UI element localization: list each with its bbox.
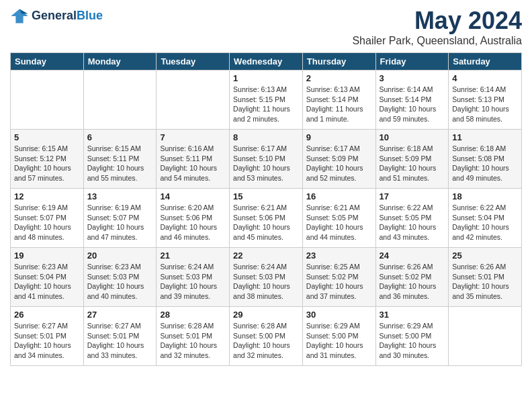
day-number: 2 xyxy=(306,73,372,83)
subtitle: Shailer Park, Queensland, Australia xyxy=(352,35,522,47)
day-info: Sunrise: 6:24 AM Sunset: 5:03 PM Dayligh… xyxy=(160,262,226,302)
calendar-cell xyxy=(83,71,157,130)
day-number: 16 xyxy=(306,191,372,201)
day-number: 27 xyxy=(87,310,153,320)
col-friday: Friday xyxy=(375,53,449,71)
day-info: Sunrise: 6:22 AM Sunset: 5:05 PM Dayligh… xyxy=(380,203,445,242)
logo-line2: Blue xyxy=(77,9,103,22)
calendar-cell: 14Sunrise: 6:20 AM Sunset: 5:06 PM Dayli… xyxy=(157,189,230,248)
day-info: Sunrise: 6:22 AM Sunset: 5:04 PM Dayligh… xyxy=(452,203,518,242)
calendar-table: Sunday Monday Tuesday Wednesday Thursday… xyxy=(10,52,522,366)
calendar-cell: 2Sunrise: 6:13 AM Sunset: 5:14 PM Daylig… xyxy=(302,71,375,130)
calendar-cell: 19Sunrise: 6:23 AM Sunset: 5:04 PM Dayli… xyxy=(11,248,84,307)
day-info: Sunrise: 6:13 AM Sunset: 5:14 PM Dayligh… xyxy=(306,85,372,124)
day-number: 5 xyxy=(14,132,80,142)
day-info: Sunrise: 6:17 AM Sunset: 5:10 PM Dayligh… xyxy=(233,144,299,183)
day-number: 23 xyxy=(306,250,372,261)
calendar-cell: 16Sunrise: 6:21 AM Sunset: 5:05 PM Dayli… xyxy=(302,189,375,248)
day-info: Sunrise: 6:21 AM Sunset: 5:06 PM Dayligh… xyxy=(233,203,299,242)
calendar-cell: 7Sunrise: 6:16 AM Sunset: 5:11 PM Daylig… xyxy=(157,130,230,189)
day-number: 28 xyxy=(160,310,226,320)
day-info: Sunrise: 6:28 AM Sunset: 5:01 PM Dayligh… xyxy=(160,321,226,361)
day-info: Sunrise: 6:29 AM Sunset: 5:00 PM Dayligh… xyxy=(380,321,445,361)
day-number: 8 xyxy=(233,132,299,142)
day-number: 21 xyxy=(160,250,226,261)
calendar-cell: 3Sunrise: 6:14 AM Sunset: 5:14 PM Daylig… xyxy=(375,71,449,130)
day-info: Sunrise: 6:27 AM Sunset: 5:01 PM Dayligh… xyxy=(14,321,80,361)
calendar-cell: 17Sunrise: 6:22 AM Sunset: 5:05 PM Dayli… xyxy=(375,189,449,248)
main-title: May 2024 xyxy=(352,7,522,35)
calendar-cell: 10Sunrise: 6:18 AM Sunset: 5:09 PM Dayli… xyxy=(375,130,449,189)
page: GeneralBlue May 2024 Shailer Park, Queen… xyxy=(0,0,532,373)
calendar-week-5: 26Sunrise: 6:27 AM Sunset: 5:01 PM Dayli… xyxy=(11,307,522,366)
day-info: Sunrise: 6:23 AM Sunset: 5:04 PM Dayligh… xyxy=(14,262,80,302)
calendar-cell: 26Sunrise: 6:27 AM Sunset: 5:01 PM Dayli… xyxy=(11,307,84,366)
calendar-cell: 12Sunrise: 6:19 AM Sunset: 5:07 PM Dayli… xyxy=(11,189,84,248)
day-info: Sunrise: 6:19 AM Sunset: 5:07 PM Dayligh… xyxy=(14,203,80,242)
col-sunday: Sunday xyxy=(11,53,84,71)
day-info: Sunrise: 6:28 AM Sunset: 5:00 PM Dayligh… xyxy=(233,321,299,361)
calendar-header-row: Sunday Monday Tuesday Wednesday Thursday… xyxy=(11,53,522,71)
col-monday: Monday xyxy=(83,53,157,71)
day-number: 22 xyxy=(233,250,299,261)
calendar-body: 1Sunrise: 6:13 AM Sunset: 5:15 PM Daylig… xyxy=(11,71,522,366)
calendar-cell: 27Sunrise: 6:27 AM Sunset: 5:01 PM Dayli… xyxy=(83,307,157,366)
header: GeneralBlue May 2024 Shailer Park, Queen… xyxy=(10,7,522,47)
day-info: Sunrise: 6:26 AM Sunset: 5:01 PM Dayligh… xyxy=(452,262,518,302)
logo-text: GeneralBlue xyxy=(32,9,103,23)
calendar-cell: 21Sunrise: 6:24 AM Sunset: 5:03 PM Dayli… xyxy=(157,248,230,307)
day-number: 3 xyxy=(380,73,445,83)
calendar-week-3: 12Sunrise: 6:19 AM Sunset: 5:07 PM Dayli… xyxy=(11,189,522,248)
day-number: 7 xyxy=(160,132,226,142)
day-info: Sunrise: 6:15 AM Sunset: 5:12 PM Dayligh… xyxy=(14,144,80,183)
calendar-cell xyxy=(157,71,230,130)
calendar-cell: 11Sunrise: 6:18 AM Sunset: 5:08 PM Dayli… xyxy=(449,130,522,189)
day-number: 29 xyxy=(233,310,299,320)
day-number: 4 xyxy=(452,73,518,83)
day-number: 10 xyxy=(380,132,445,142)
day-info: Sunrise: 6:27 AM Sunset: 5:01 PM Dayligh… xyxy=(87,321,153,361)
calendar-cell xyxy=(449,307,522,366)
calendar-cell: 25Sunrise: 6:26 AM Sunset: 5:01 PM Dayli… xyxy=(449,248,522,307)
day-info: Sunrise: 6:21 AM Sunset: 5:05 PM Dayligh… xyxy=(306,203,372,242)
calendar-cell: 1Sunrise: 6:13 AM Sunset: 5:15 PM Daylig… xyxy=(230,71,303,130)
day-info: Sunrise: 6:19 AM Sunset: 5:07 PM Dayligh… xyxy=(87,203,153,242)
logo: GeneralBlue xyxy=(10,7,103,26)
day-info: Sunrise: 6:13 AM Sunset: 5:15 PM Dayligh… xyxy=(233,85,299,124)
day-number: 20 xyxy=(87,250,153,261)
day-number: 12 xyxy=(14,191,80,201)
calendar-week-2: 5Sunrise: 6:15 AM Sunset: 5:12 PM Daylig… xyxy=(11,130,522,189)
calendar-cell: 13Sunrise: 6:19 AM Sunset: 5:07 PM Dayli… xyxy=(83,189,157,248)
calendar-cell: 9Sunrise: 6:17 AM Sunset: 5:09 PM Daylig… xyxy=(302,130,375,189)
title-block: May 2024 Shailer Park, Queensland, Austr… xyxy=(352,7,522,47)
day-number: 24 xyxy=(380,250,445,261)
calendar-cell: 31Sunrise: 6:29 AM Sunset: 5:00 PM Dayli… xyxy=(375,307,449,366)
day-info: Sunrise: 6:18 AM Sunset: 5:09 PM Dayligh… xyxy=(380,144,445,183)
day-info: Sunrise: 6:20 AM Sunset: 5:06 PM Dayligh… xyxy=(160,203,226,242)
day-number: 17 xyxy=(380,191,445,201)
calendar-cell: 30Sunrise: 6:29 AM Sunset: 5:00 PM Dayli… xyxy=(302,307,375,366)
calendar-week-1: 1Sunrise: 6:13 AM Sunset: 5:15 PM Daylig… xyxy=(11,71,522,130)
day-info: Sunrise: 6:18 AM Sunset: 5:08 PM Dayligh… xyxy=(452,144,518,183)
calendar-cell: 8Sunrise: 6:17 AM Sunset: 5:10 PM Daylig… xyxy=(230,130,303,189)
day-info: Sunrise: 6:15 AM Sunset: 5:11 PM Dayligh… xyxy=(87,144,153,183)
day-number: 30 xyxy=(306,310,372,320)
calendar-cell xyxy=(11,71,84,130)
day-info: Sunrise: 6:25 AM Sunset: 5:02 PM Dayligh… xyxy=(306,262,372,302)
calendar-cell: 18Sunrise: 6:22 AM Sunset: 5:04 PM Dayli… xyxy=(449,189,522,248)
day-info: Sunrise: 6:23 AM Sunset: 5:03 PM Dayligh… xyxy=(87,262,153,302)
svg-marker-0 xyxy=(11,9,28,24)
calendar-cell: 29Sunrise: 6:28 AM Sunset: 5:00 PM Dayli… xyxy=(230,307,303,366)
day-number: 26 xyxy=(14,310,80,320)
calendar-cell: 15Sunrise: 6:21 AM Sunset: 5:06 PM Dayli… xyxy=(230,189,303,248)
logo-line1: General xyxy=(32,9,77,22)
calendar-cell: 23Sunrise: 6:25 AM Sunset: 5:02 PM Dayli… xyxy=(302,248,375,307)
day-info: Sunrise: 6:16 AM Sunset: 5:11 PM Dayligh… xyxy=(160,144,226,183)
calendar-cell: 22Sunrise: 6:24 AM Sunset: 5:03 PM Dayli… xyxy=(230,248,303,307)
calendar-cell: 6Sunrise: 6:15 AM Sunset: 5:11 PM Daylig… xyxy=(83,130,157,189)
day-info: Sunrise: 6:14 AM Sunset: 5:14 PM Dayligh… xyxy=(380,85,445,124)
calendar-cell: 5Sunrise: 6:15 AM Sunset: 5:12 PM Daylig… xyxy=(11,130,84,189)
day-number: 6 xyxy=(87,132,153,142)
day-number: 13 xyxy=(87,191,153,201)
day-number: 18 xyxy=(452,191,518,201)
